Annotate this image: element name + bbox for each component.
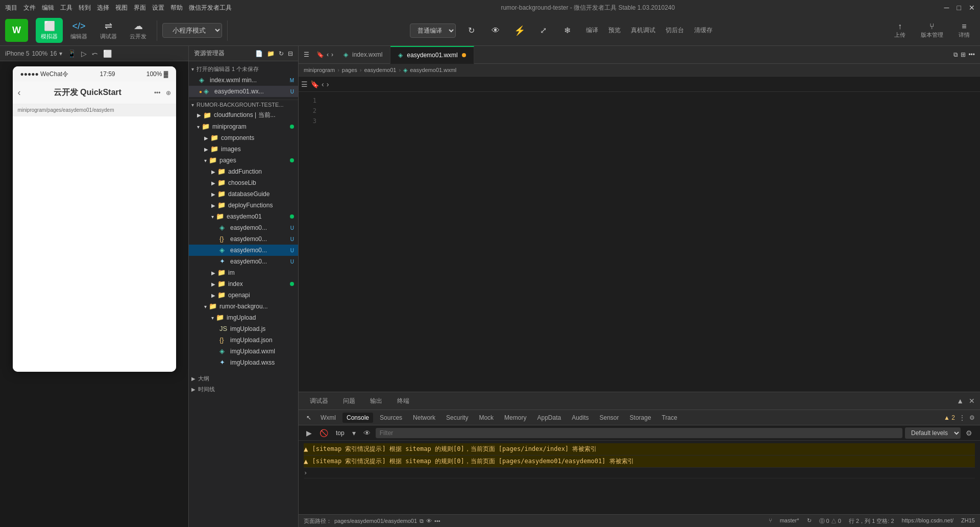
menu-interface[interactable]: 界面 xyxy=(134,4,146,12)
menu-view[interactable]: 视图 xyxy=(115,4,128,12)
editor-button[interactable]: </> 编辑器 xyxy=(65,18,92,43)
console-tab-trace[interactable]: Trace xyxy=(658,413,681,423)
refresh-icon[interactable]: ↻ xyxy=(279,50,284,57)
console-settings-icon[interactable]: ⚙ xyxy=(963,428,975,438)
back-nav-icon[interactable]: ‹ xyxy=(327,51,329,58)
folder-imgupload[interactable]: ▾ 📁 imgUpload xyxy=(189,312,298,323)
breadcrumb-pages[interactable]: pages xyxy=(342,67,357,73)
new-folder-icon[interactable]: 📁 xyxy=(267,50,275,57)
upload-button[interactable]: ↑ 上传 xyxy=(889,20,911,40)
background-button[interactable]: ⤢ xyxy=(535,22,552,39)
screenshot-icon[interactable]: ⬜ xyxy=(103,50,112,58)
console-tab-console[interactable]: Console xyxy=(342,413,373,423)
devtools-tab-issues[interactable]: 问题 xyxy=(337,394,361,408)
menu-settings[interactable]: 设置 xyxy=(152,4,164,12)
new-file-icon[interactable]: 📄 xyxy=(255,50,263,57)
more-tabs-icon[interactable]: ⊞ xyxy=(961,51,966,58)
console-tab-security[interactable]: Security xyxy=(442,413,472,423)
bookmark-icon[interactable]: 🔖 xyxy=(316,51,324,58)
menu-tool[interactable]: 工具 xyxy=(60,4,72,12)
folder-rumor[interactable]: ▾ 📁 rumor-backgrou... xyxy=(189,301,298,312)
folder-index[interactable]: ▶ 📁 index xyxy=(189,278,298,290)
file-easydemo-json[interactable]: {} easydemo0... U xyxy=(189,233,298,245)
settings-icon[interactable]: ⚙ xyxy=(969,414,975,421)
version-button[interactable]: ⑂ 版本管理 xyxy=(916,20,948,40)
open-editors-header[interactable]: ▾ 打开的编辑器 1 个未保存 xyxy=(189,64,298,75)
console-tab-memory[interactable]: Memory xyxy=(500,413,530,423)
clear-console-icon[interactable]: 🚫 xyxy=(317,428,331,438)
menu-edit[interactable]: 编辑 xyxy=(42,4,54,12)
folder-deployfunctions[interactable]: ▶ 📁 deployFunctions xyxy=(189,200,298,211)
file-imgupload-wxss[interactable]: ✦ imgUpload.wxss xyxy=(189,357,298,368)
folder-addfunction[interactable]: ▶ 📁 addFunction xyxy=(189,166,298,177)
breadcrumb-easydemo01[interactable]: easydemo01 xyxy=(364,67,396,73)
preview-button[interactable]: 👁 xyxy=(487,22,504,39)
folder-components[interactable]: ▶ 📁 components xyxy=(189,132,298,143)
folder-im[interactable]: ▶ 📁 im xyxy=(189,267,298,278)
collapse-icon[interactable]: ⊟ xyxy=(288,50,293,57)
close-button[interactable]: ✕ xyxy=(969,4,975,12)
console-tab-sensor[interactable]: Sensor xyxy=(596,413,623,423)
toggle-sidebar-icon[interactable]: ☰ xyxy=(301,80,308,88)
menu-goto[interactable]: 转到 xyxy=(79,4,91,12)
device-selector[interactable]: iPhone 5 100% 16 ▾ xyxy=(5,50,62,57)
console-tab-wxml[interactable]: Wxml xyxy=(316,413,340,423)
more-path-icon[interactable]: ••• xyxy=(434,518,440,524)
eye-icon[interactable]: 👁 xyxy=(361,428,373,438)
overflow-icon[interactable]: ••• xyxy=(968,51,975,58)
phone-nav-more[interactable]: ••• xyxy=(154,89,161,97)
play-stop-icon[interactable]: ▶ xyxy=(304,428,314,438)
file-easydemo-wxss[interactable]: ✦ easydemo0... U xyxy=(189,256,298,267)
clear-button[interactable]: ❄ xyxy=(559,22,576,39)
play-icon[interactable]: ▷ xyxy=(81,50,87,58)
phone-nav-icon[interactable]: ⊕ xyxy=(166,89,171,97)
outline-section[interactable]: ▶ 大纲 xyxy=(189,373,298,384)
code-editor[interactable]: 1 2 3 xyxy=(299,92,980,392)
devtools-tab-debugger[interactable]: 调试器 xyxy=(304,394,334,408)
console-prompt-line[interactable]: › xyxy=(304,468,975,478)
rotate-icon[interactable]: 📱 xyxy=(67,50,76,58)
level-select[interactable]: Default levels xyxy=(905,427,961,439)
tab-easydemo-wxml[interactable]: ◈ easydemo01.wxml xyxy=(390,46,474,64)
devtools-tab-output[interactable]: 输出 xyxy=(364,394,388,408)
compile-select[interactable]: 普通编译 xyxy=(410,23,456,38)
mode-select[interactable]: 小程序模式 xyxy=(162,23,222,38)
tab-index-wxml[interactable]: ◈ index.wxml xyxy=(336,46,390,64)
refresh-git-icon[interactable]: ↻ xyxy=(807,517,812,525)
file-easydemo-wxml1[interactable]: ◈ easydemo0... U xyxy=(189,222,298,233)
copy-path-icon[interactable]: ⧉ xyxy=(420,518,424,524)
phone-back-button[interactable]: ‹ xyxy=(18,87,21,98)
file-imgupload-wxml[interactable]: ◈ imgUpload.wxml xyxy=(189,346,298,357)
console-tab-audits[interactable]: Audits xyxy=(568,413,593,423)
console-tab-network[interactable]: Network xyxy=(409,413,439,423)
file-easydemo-wxml2[interactable]: ◈ easydemo0... U xyxy=(189,245,298,256)
folder-pages[interactable]: ▾ 📁 pages xyxy=(189,155,298,166)
debugger-button[interactable]: ⇌ 调试器 xyxy=(95,18,122,43)
console-tab-sources[interactable]: Sources xyxy=(376,413,406,423)
console-tab-mock[interactable]: Mock xyxy=(475,413,498,423)
breadcrumb-miniprogram[interactable]: miniprogram xyxy=(304,67,335,73)
menu-wechat-devtools[interactable]: 微信开发者工具 xyxy=(189,4,232,12)
minimize-button[interactable]: ─ xyxy=(944,4,949,12)
window-controls[interactable]: ─ □ ✕ xyxy=(944,4,975,12)
back-icon[interactable]: ⤺ xyxy=(92,50,98,58)
file-imgupload-json[interactable]: {} imgUpload.json xyxy=(189,334,298,346)
console-tab-appdata[interactable]: AppData xyxy=(533,413,565,423)
file-imgupload-js[interactable]: JS imgUpload.js xyxy=(189,323,298,334)
folder-chooselib[interactable]: ▶ 📁 chooseLib xyxy=(189,177,298,188)
device-button[interactable]: ⚡ xyxy=(511,22,528,39)
panel-close-icon[interactable]: ✕ xyxy=(969,397,975,405)
folder-images[interactable]: ▶ 📁 images xyxy=(189,143,298,155)
folder-openapi[interactable]: ▶ 📁 openapi xyxy=(189,290,298,301)
cloud-button[interactable]: ☁ 云开发 xyxy=(125,18,152,43)
top-context-label[interactable]: top xyxy=(333,428,347,438)
open-file-index[interactable]: ◈ index.wxml min... M xyxy=(189,75,298,86)
folder-cloudfunctions[interactable]: ▶ 📁 cloudfunctions | 当前... xyxy=(189,109,298,121)
menu-file[interactable]: 文件 xyxy=(23,4,36,12)
folder-miniprogram[interactable]: ▾ 📁 miniprogram xyxy=(189,121,298,132)
context-dropdown-icon[interactable]: ▾ xyxy=(350,428,358,438)
bookmark-icon-2[interactable]: 🔖 xyxy=(310,80,319,88)
folder-easydemo01[interactable]: ▾ 📁 easydemo01 xyxy=(189,211,298,222)
preview-path-icon[interactable]: 👁 xyxy=(426,518,432,524)
maximize-button[interactable]: □ xyxy=(957,4,961,12)
